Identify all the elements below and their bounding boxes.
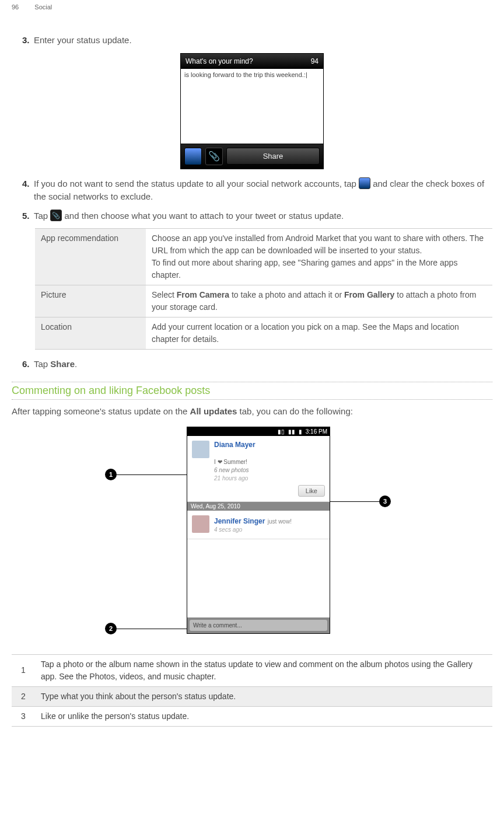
step-number: 4. — [22, 177, 34, 204]
callout-legend-table: 1 Tap a photo or the album name shown in… — [12, 654, 492, 727]
facebook-post-screenshot: ▮▯ ▮▮ ▮ 3:16 PM Diana Mayer I ❤ Summer! … — [187, 427, 330, 634]
post-item[interactable]: Diana Mayer I ❤ Summer! 6 new photos 21 … — [187, 436, 330, 502]
compose-prompt: What's on your mind? — [186, 57, 253, 65]
callout-badge-1: 1 — [105, 469, 117, 480]
status-time: 3:16 PM — [306, 428, 327, 435]
attach-inline-icon — [50, 210, 62, 221]
step-4: 4. If you do not want to send the status… — [22, 177, 492, 204]
legend-text: Tap a photo or the album name shown in t… — [35, 654, 492, 686]
battery-icon: ▮ — [299, 428, 302, 435]
option-label: Picture — [35, 285, 146, 317]
legend-text: Like or unlike the person's status updat… — [35, 706, 492, 726]
section-intro: After tapping someone's status update on… — [12, 404, 492, 418]
step-3: 3. Enter your status update. — [22, 34, 492, 47]
legend-num: 1 — [12, 654, 35, 686]
step-number: 6. — [22, 358, 34, 371]
step-6: 6. Tap Share. — [22, 358, 492, 371]
callout-line — [117, 629, 192, 629]
paperclip-icon: 📎 — [208, 151, 220, 162]
comment-bar: Write a comment... — [187, 617, 330, 633]
post-item[interactable]: Jennifer Singer just wow! 4 secs ago — [187, 511, 330, 539]
table-row: 3 Like or unlike the person's status upd… — [12, 706, 492, 726]
post-time: 4 secs ago — [192, 526, 325, 534]
like-button[interactable]: Like — [298, 485, 325, 497]
option-label: Location — [35, 317, 146, 350]
avatar[interactable] — [192, 515, 209, 533]
step-number: 5. — [22, 210, 34, 223]
comment-input[interactable]: Write a comment... — [190, 620, 327, 631]
attachment-options-table: App recommendation Choose an app you've … — [35, 228, 492, 350]
section-name: Social — [34, 4, 52, 11]
step-text: Tap and then choose what you want to att… — [34, 210, 492, 223]
bars-icon: ▮▮ — [288, 428, 295, 435]
post-text: I ❤ Summer! — [214, 458, 325, 466]
table-row: Location Add your current location or a … — [35, 317, 492, 350]
option-label: App recommendation — [35, 229, 146, 285]
page-number: 96 — [12, 4, 19, 11]
table-row: 2 Type what you think about the person's… — [12, 686, 492, 706]
post-author[interactable]: Jennifer Singer — [214, 517, 265, 525]
date-header: Wed, Aug 25, 2010 — [187, 502, 330, 511]
legend-num: 3 — [12, 706, 35, 726]
table-row: Picture Select From Camera to take a pho… — [35, 285, 492, 317]
callout-badge-2: 2 — [105, 623, 117, 634]
step-number: 3. — [22, 34, 34, 47]
share-button[interactable]: Share — [226, 148, 320, 165]
signal-icon: ▮▯ — [278, 428, 285, 435]
callout-badge-3: 3 — [379, 495, 391, 507]
legend-num: 2 — [12, 686, 35, 706]
attach-icon[interactable]: 📎 — [205, 148, 223, 165]
option-desc: Select From Camera to take a photo and a… — [146, 285, 492, 317]
page-header: 96 Social — [12, 0, 492, 28]
legend-text: Type what you think about the person's s… — [35, 686, 492, 706]
compose-input[interactable]: is looking forward to the trip this week… — [181, 69, 323, 144]
post-text: just wow! — [268, 518, 292, 525]
avatar[interactable] — [192, 441, 209, 458]
table-row: App recommendation Choose an app you've … — [35, 229, 492, 285]
step-text: If you do not want to send the status up… — [34, 177, 492, 204]
section-title: Commenting on and liking Facebook posts — [12, 382, 492, 400]
post-photos-link[interactable]: 6 new photos — [214, 466, 325, 474]
status-bar: ▮▯ ▮▮ ▮ 3:16 PM — [187, 427, 330, 436]
step-5: 5. Tap and then choose what you want to … — [22, 210, 492, 223]
step-text: Tap Share. — [34, 358, 492, 371]
char-count: 94 — [311, 57, 318, 65]
networks-inline-icon — [359, 177, 370, 189]
status-compose-screenshot: What's on your mind? 94 is looking forwa… — [180, 53, 324, 169]
step-text: Enter your status update. — [34, 34, 492, 47]
option-desc: Choose an app you've installed from Andr… — [146, 229, 492, 285]
table-row: 1 Tap a photo or the album name shown in… — [12, 654, 492, 686]
post-time: 21 hours ago — [214, 474, 325, 483]
option-desc: Add your current location or a location … — [146, 317, 492, 350]
networks-icon[interactable] — [184, 148, 202, 165]
post-author[interactable]: Diana Mayer — [192, 441, 325, 449]
